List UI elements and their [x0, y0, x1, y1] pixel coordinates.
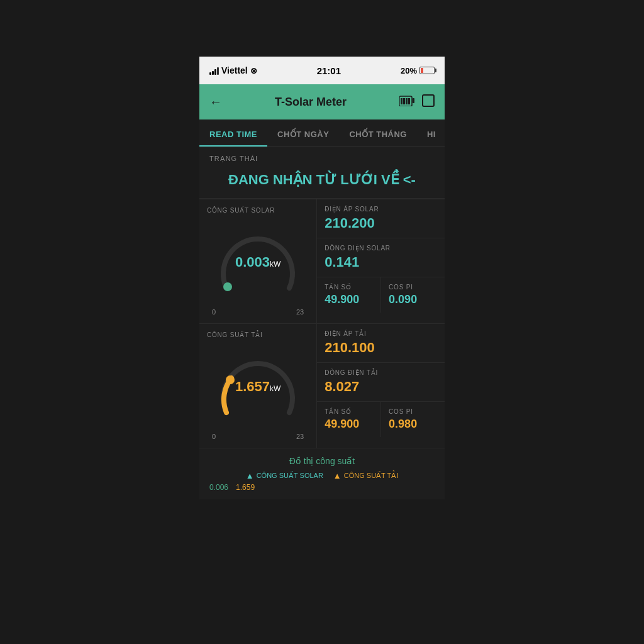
trang-thai-label: TRẠNG THÁI [209, 155, 435, 163]
solar-kw-unit: kW [270, 260, 280, 269]
solar-dong-dien-label: DÒNG ĐIỆN SOLAR [325, 245, 437, 252]
trang-thai-value: ĐANG NHẬN TỪ LƯỚI VỀ <- [209, 167, 435, 193]
tai-right-metrics: ĐIỆN ÁP TẢI 210.100 DÒNG ĐIỆN TẢI 8.027 … [317, 324, 445, 448]
tai-gauge-value: 1.657kW [235, 379, 280, 395]
solar-dong-dien: DÒNG ĐIỆN SOLAR 0.141 [317, 238, 445, 277]
tai-dong-dien: DÒNG ĐIỆN TẢI 8.027 [317, 363, 445, 402]
svg-point-7 [223, 282, 232, 291]
tai-range-min: 0 [212, 433, 216, 440]
solar-cos-pi-value: 0.090 [389, 293, 437, 306]
chart-values: 0.006 1.659 [209, 483, 435, 492]
svg-rect-3 [406, 98, 408, 104]
svg-rect-5 [413, 98, 414, 103]
tab-hi[interactable]: HI [417, 119, 445, 147]
tai-dien-ap-value: 210.100 [325, 340, 437, 356]
status-left: Viettel ⊗ [209, 65, 257, 75]
solar-dien-ap: ĐIỆN ÁP SOLAR 210.200 [317, 199, 445, 238]
solar-cong-suat-label: CÔNG SUẤT SOLAR [207, 207, 309, 214]
tai-cos-pi: COS PI 0.980 [381, 402, 445, 437]
square-icon[interactable] [422, 94, 435, 110]
carrier-label: Viettel [221, 65, 248, 75]
svg-point-8 [226, 375, 235, 384]
solar-range-min: 0 [212, 308, 216, 316]
trang-thai-section: TRẠNG THÁI ĐANG NHẬN TỪ LƯỚI VỀ <- [199, 147, 445, 199]
solar-gauge-range: 0 23 [207, 308, 309, 316]
chart-val-tai: 1.659 [236, 483, 255, 492]
chart-val-solar: 0.006 [209, 483, 228, 492]
main-content: TRẠNG THÁI ĐANG NHẬN TỪ LƯỚI VỀ <- CÔNG … [199, 147, 445, 499]
chart-section: Đồ thị công suất ▲ CÔNG SUẤT SOLAR ▲ CÔN… [199, 448, 445, 499]
tab-chot-ngay[interactable]: CHỐT NGÀY [267, 119, 339, 147]
tai-cos-pi-label: COS PI [389, 408, 437, 415]
solar-right-metrics: ĐIỆN ÁP SOLAR 210.200 DÒNG ĐIỆN SOLAR 0.… [317, 199, 445, 323]
tai-gauge-section: CÔNG SUẤT TẢI 1.657kW 0 [199, 324, 317, 448]
signal-bars [209, 66, 219, 75]
tai-dien-ap: ĐIỆN ÁP TẢI 210.100 [317, 324, 445, 363]
solar-tan-so-label: TẦN SỐ [325, 284, 373, 291]
tab-read-time[interactable]: READ TIME [199, 119, 267, 147]
app-header: ← T-Solar Meter [199, 84, 445, 119]
chart-legend: ▲ CÔNG SUẤT SOLAR ▲ CÔNG SUẤT TẢI [209, 471, 435, 480]
header-right-icons [399, 94, 435, 110]
battery-percent: 20% [401, 66, 417, 75]
tab-chot-thang[interactable]: CHỐT THÁNG [339, 119, 417, 147]
legend-tai-text: CÔNG SUẤT TẢI [344, 472, 399, 480]
solar-cos-pi-label: COS PI [389, 284, 437, 291]
tai-tan-so-label: TẦN SỐ [325, 408, 373, 415]
solar-tan-so-value: 49.900 [325, 293, 373, 306]
tai-dien-ap-label: ĐIỆN ÁP TẢI [325, 330, 437, 337]
solar-dien-ap-value: 210.200 [325, 215, 437, 231]
svg-rect-1 [401, 98, 402, 104]
solar-range-max: 23 [296, 308, 304, 316]
solar-gauge: 0.003kW [214, 219, 302, 307]
tai-cong-suat-label: CÔNG SUẤT TẢI [207, 331, 309, 338]
legend-tai-icon: ▲ [333, 471, 341, 480]
legend-solar-text: CÔNG SUẤT SOLAR [257, 472, 323, 480]
solar-gauge-section: CÔNG SUẤT SOLAR 0.003kW 0 23 [199, 199, 317, 323]
tai-dong-dien-label: DÒNG ĐIỆN TẢI [325, 369, 437, 376]
svg-rect-2 [403, 98, 405, 104]
tai-kw-unit: kW [270, 384, 280, 393]
tai-section: CÔNG SUẤT TẢI 1.657kW 0 [199, 323, 445, 448]
solar-tan-so: TẦN SỐ 49.900 [317, 277, 381, 313]
time-display: 21:01 [317, 65, 341, 76]
solar-kw-value: 0.003 [235, 254, 270, 270]
back-button[interactable]: ← [209, 95, 222, 109]
solar-gauge-value: 0.003kW [235, 254, 280, 270]
tai-tan-so-value: 49.900 [325, 418, 373, 431]
tai-bottom-row: TẦN SỐ 49.900 COS PI 0.980 [317, 402, 445, 437]
tai-range-max: 23 [296, 433, 304, 440]
battery-icon [419, 67, 435, 74]
tai-gauge: 1.657kW [214, 343, 302, 431]
tab-bar: READ TIME CHỐT NGÀY CHỐT THÁNG HI [199, 119, 445, 147]
legend-tai: ▲ CÔNG SUẤT TẢI [333, 471, 398, 480]
solar-dien-ap-label: ĐIỆN ÁP SOLAR [325, 206, 437, 213]
legend-solar: ▲ CÔNG SUẤT SOLAR [246, 471, 323, 480]
camera-icon[interactable] [399, 95, 414, 109]
tai-dong-dien-value: 8.027 [325, 379, 437, 395]
tai-cos-pi-value: 0.980 [389, 418, 437, 431]
status-right: 20% [401, 66, 435, 75]
tai-tan-so: TẦN SỐ 49.900 [317, 402, 381, 437]
legend-solar-icon: ▲ [246, 471, 254, 480]
solar-bottom-row: TẦN SỐ 49.900 COS PI 0.090 [317, 277, 445, 313]
chart-title: Đồ thị công suất [209, 456, 435, 466]
solar-cos-pi: COS PI 0.090 [381, 277, 445, 313]
solar-section: CÔNG SUẤT SOLAR 0.003kW 0 23 [199, 199, 445, 323]
tai-kw-value: 1.657 [235, 379, 270, 394]
tai-gauge-range: 0 23 [207, 433, 309, 440]
solar-dong-dien-value: 0.141 [325, 254, 437, 270]
svg-rect-4 [408, 98, 410, 104]
app-title: T-Solar Meter [275, 96, 347, 109]
svg-rect-6 [423, 95, 434, 106]
status-bar: Viettel ⊗ 21:01 20% [199, 57, 445, 84]
wifi-icon: ⊗ [250, 66, 257, 75]
